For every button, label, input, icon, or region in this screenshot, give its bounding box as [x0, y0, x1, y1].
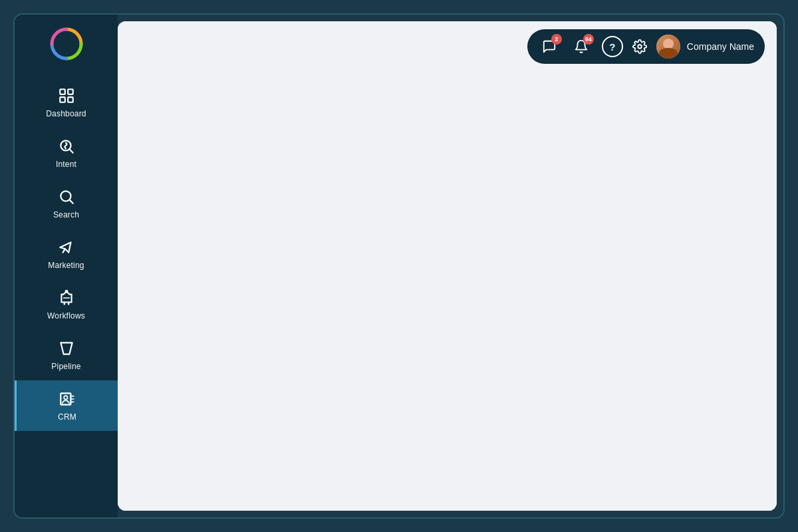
app-logo[interactable] — [49, 27, 84, 61]
svg-rect-1 — [60, 89, 65, 94]
svg-line-8 — [63, 249, 65, 252]
workflows-label: Workflows — [47, 311, 85, 321]
page-body — [118, 72, 777, 511]
sidebar-item-pipeline[interactable]: Pipeline — [15, 330, 118, 380]
notifications-button[interactable]: 94 — [570, 35, 593, 58]
svg-point-15 — [64, 396, 67, 399]
sidebar-item-dashboard[interactable]: Dashboard — [15, 77, 118, 128]
intent-label: Intent — [56, 160, 76, 169]
pipeline-label: Pipeline — [51, 362, 80, 371]
marketing-label: Marketing — [48, 261, 84, 270]
company-name: Company Name — [687, 41, 754, 52]
search-icon — [57, 188, 76, 206]
marketing-icon — [57, 238, 76, 257]
svg-marker-13 — [61, 342, 72, 354]
svg-point-19 — [638, 45, 642, 49]
sidebar: Dashboard Intent — [15, 15, 118, 517]
main-content: 2 94 ? — [118, 21, 777, 511]
topbar: 2 94 ? — [118, 21, 777, 72]
crm-label: CRM — [58, 412, 76, 422]
topbar-actions: 2 94 ? — [527, 29, 765, 64]
help-button[interactable]: ? — [602, 36, 623, 57]
help-icon: ? — [609, 41, 615, 53]
svg-rect-4 — [68, 97, 73, 102]
intent-icon — [57, 137, 76, 156]
gear-icon — [632, 39, 647, 54]
company-menu[interactable]: Company Name — [656, 35, 754, 59]
pipeline-icon — [57, 339, 76, 358]
svg-rect-2 — [68, 89, 73, 94]
avatar — [656, 35, 680, 59]
dashboard-icon — [57, 86, 76, 105]
sidebar-item-crm[interactable]: CRM — [15, 380, 118, 431]
sidebar-item-intent[interactable]: Intent — [15, 128, 118, 178]
crm-icon — [58, 390, 76, 408]
sidebar-item-marketing[interactable]: Marketing — [15, 229, 118, 279]
svg-rect-3 — [60, 97, 65, 102]
notifications-badge: 94 — [583, 34, 594, 45]
dashboard-label: Dashboard — [46, 109, 86, 118]
app-shell: Dashboard Intent — [13, 13, 785, 519]
sidebar-navigation: Dashboard Intent — [15, 77, 118, 431]
messages-button[interactable]: 2 — [538, 35, 561, 58]
search-label: Search — [53, 210, 79, 219]
avatar-image — [656, 35, 680, 59]
workflows-icon — [57, 289, 76, 307]
sidebar-item-workflows[interactable]: Workflows — [15, 279, 118, 330]
settings-button[interactable] — [632, 39, 647, 54]
sidebar-item-search[interactable]: Search — [15, 178, 118, 229]
svg-line-7 — [69, 200, 72, 203]
messages-badge: 2 — [551, 34, 562, 45]
